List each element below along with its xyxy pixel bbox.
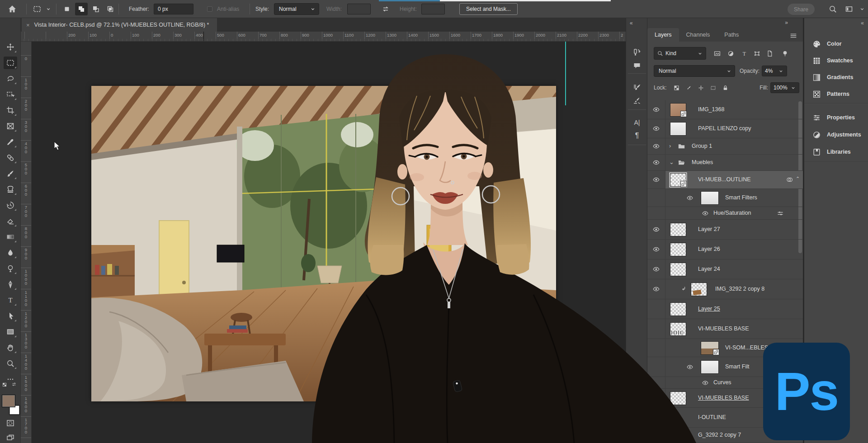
swap-colors-icon[interactable] [11, 381, 17, 387]
dock-item-adjustments[interactable]: Adjustments [804, 127, 868, 142]
horizontal-ruler[interactable]: 2001000100200300400500600700800900100011… [21, 32, 626, 42]
home-button[interactable] [7, 0, 17, 18]
expand-icon[interactable]: » [785, 19, 788, 26]
layer-mask-link-icon[interactable] [786, 176, 793, 184]
path-selection-tool[interactable] [4, 310, 17, 322]
collapse-effects-icon[interactable]: ⌃ [796, 176, 800, 182]
palette-icon [811, 39, 821, 49]
pin-filter-icon[interactable] [779, 48, 790, 58]
workspace-button[interactable] [844, 0, 854, 18]
opacity-input[interactable]: 4% [762, 66, 787, 76]
frame-tool[interactable] [4, 120, 17, 132]
ruler-label: 1000 [323, 33, 333, 38]
intersect-selection-button[interactable] [104, 3, 117, 15]
panel-top-strip: » [647, 18, 803, 26]
new-selection-button[interactable] [61, 3, 73, 15]
layer-name[interactable]: Smart Filters [725, 194, 757, 201]
tab-channels[interactable]: Channels [679, 28, 717, 42]
ruler-label: 1200 [366, 33, 375, 38]
screen-mode-button[interactable] [4, 432, 17, 443]
ruler-label: 1900 [514, 33, 524, 38]
share-button[interactable]: Share [788, 4, 815, 15]
fill-input[interactable]: 100% [770, 82, 799, 93]
workspace-icon [844, 5, 854, 14]
vertical-ruler[interactable]: 0100200300400500600700800900100011001200… [21, 42, 32, 443]
history-brush-tool[interactable] [4, 199, 17, 212]
eraser-tool[interactable] [4, 215, 17, 227]
ruler-label: 1700 [472, 33, 481, 38]
dock-item-gradients[interactable]: Gradients [804, 70, 868, 85]
layer-name[interactable]: Smart Filt [725, 363, 749, 370]
dock-item-properties[interactable]: Properties [804, 110, 868, 125]
move-tool[interactable] [4, 41, 17, 53]
brush-tool[interactable] [4, 167, 17, 180]
dock-item-swatches[interactable]: Swatches [804, 53, 868, 68]
lock-all-icon[interactable] [719, 85, 731, 91]
dodge-tool[interactable] [4, 262, 17, 275]
layer-name[interactable]: VI-SOM...EBLES [725, 344, 768, 351]
workspace-chevron[interactable] [859, 0, 865, 18]
gradient-tool[interactable] [4, 231, 17, 243]
add-selection-button[interactable] [75, 3, 88, 15]
object-selection-tool[interactable] [4, 88, 17, 101]
dock-item-patterns[interactable]: Patterns [804, 86, 868, 102]
type-tool[interactable]: T [4, 294, 17, 306]
presenter-overlay [298, 51, 710, 443]
width-input[interactable] [347, 4, 371, 14]
layer-name[interactable]: Hue/Saturation [713, 210, 751, 216]
svg-text:T: T [742, 50, 746, 57]
shape-filter-icon[interactable] [751, 48, 762, 58]
ruler-label: 2300 [599, 33, 609, 38]
eyedropper-tool[interactable] [4, 136, 17, 148]
default-colors-icon[interactable] [2, 382, 7, 387]
layer-name[interactable]: IMG_3292 2 copy 8 [715, 286, 764, 292]
ruler-label: 1600 [451, 33, 460, 38]
select-and-mask-button[interactable]: Select and Mask... [459, 3, 518, 15]
anti-alias-checkbox[interactable] [207, 6, 212, 12]
crop-tool[interactable] [4, 104, 17, 117]
dock-item-libraries[interactable]: Libraries [804, 144, 868, 160]
ruler-label: 1400 [408, 33, 418, 38]
shape-tool[interactable] [4, 325, 17, 338]
pen-tool[interactable] [4, 278, 17, 291]
blur-tool[interactable] [4, 246, 17, 259]
layer-name[interactable]: Curves [713, 379, 731, 386]
collapse-icon[interactable]: « [630, 20, 632, 26]
adjustment-filter-icon[interactable] [725, 48, 736, 58]
separator [26, 4, 27, 14]
healing-brush-tool[interactable] [4, 151, 17, 164]
tool-preset[interactable] [33, 0, 52, 18]
chevron-down-icon [778, 68, 784, 74]
tab-paths[interactable]: Paths [717, 28, 746, 42]
filter-options-icon[interactable] [777, 210, 784, 217]
tab-layers[interactable]: Layers [647, 28, 679, 42]
gradsq-icon [811, 72, 821, 82]
style-dropdown[interactable]: Normal [274, 3, 319, 15]
subtract-selection-button[interactable] [90, 3, 102, 15]
collapse-icon[interactable]: « [861, 20, 863, 26]
clone-stamp-tool[interactable] [4, 183, 17, 196]
ruler-label: 100 [132, 33, 139, 38]
smart-object-filter-icon[interactable] [764, 48, 775, 58]
hand-tool[interactable] [4, 341, 17, 354]
video-progress-buffer [440, 0, 611, 1]
zoom-tool[interactable] [4, 357, 17, 370]
marquee-tool[interactable] [4, 57, 17, 69]
marquee-icon [33, 5, 42, 14]
ruler-label: 400 [23, 141, 28, 153]
quick-mask-button[interactable] [4, 417, 17, 429]
close-tab-icon[interactable]: × [26, 22, 30, 28]
search-button[interactable] [828, 0, 837, 18]
lasso-tool[interactable] [4, 72, 17, 85]
height-input[interactable] [421, 4, 445, 14]
foreground-color-swatch[interactable] [2, 395, 15, 407]
dock-item-color[interactable]: Color [804, 36, 868, 52]
document-tab[interactable]: × Vista Interior- CELB.psd @ 72.1% (VI-M… [22, 18, 217, 32]
ruler-label: 500 [23, 162, 28, 174]
panel-menu-icon[interactable] [789, 32, 797, 40]
image-filter-icon[interactable] [712, 48, 722, 58]
feather-input[interactable]: 0 px [154, 4, 193, 14]
ruler-label: 400 [196, 33, 203, 38]
swap-dimensions-button[interactable] [381, 0, 390, 18]
type-filter-icon[interactable]: T [739, 48, 750, 58]
